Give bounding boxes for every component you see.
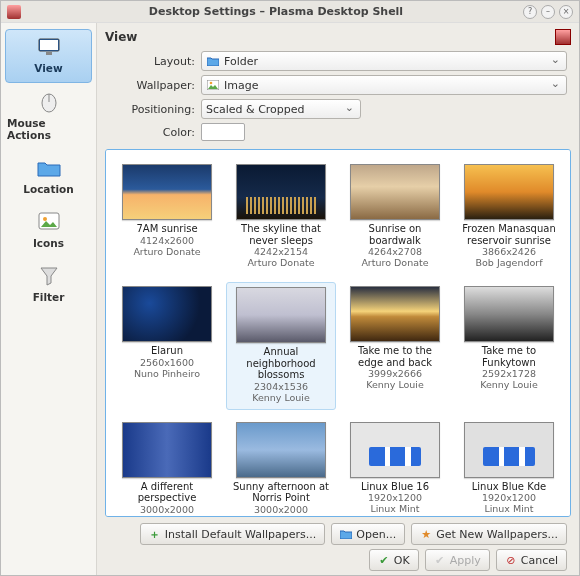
wallpaper-title: Sunrise on boardwalk bbox=[345, 223, 445, 246]
settings-form: Layout: Folder Wallpaper: Image Position… bbox=[105, 51, 571, 141]
wallpaper-dimensions: 4264x2708 bbox=[368, 246, 422, 257]
sidebar: View Mouse Actions Location Icons bbox=[1, 23, 97, 575]
main-panel: View Layout: Folder Wallpaper: Image bbox=[97, 23, 579, 575]
wallpaper-item[interactable]: Annual neighborhood blossoms2304x1536Ken… bbox=[226, 282, 336, 410]
image-icon bbox=[206, 78, 220, 92]
wallpaper-item[interactable]: Take me to the edge and back3999x2666Ken… bbox=[340, 282, 450, 410]
sidebar-item-label: Mouse Actions bbox=[7, 117, 90, 141]
wallpaper-thumbnail bbox=[464, 422, 554, 478]
sidebar-item-location[interactable]: Location bbox=[5, 151, 92, 203]
wallpaper-author: Kenny Louie bbox=[252, 392, 310, 403]
wallpaper-thumbnail bbox=[464, 164, 554, 220]
wallpaper-dimensions: 3999x2666 bbox=[368, 368, 422, 379]
sidebar-item-label: Location bbox=[23, 183, 74, 195]
header-preview-icon bbox=[555, 29, 571, 45]
wallpaper-item[interactable]: 7AM sunrise4124x2600Arturo Donate bbox=[112, 160, 222, 274]
sidebar-item-label: View bbox=[34, 62, 62, 74]
wallpaper-item[interactable]: Linux Blue 161920x1200Linux Mint bbox=[340, 418, 450, 518]
wallpaper-title: The skyline that never sleeps bbox=[231, 223, 331, 246]
wallpaper-title: Elarun bbox=[151, 345, 183, 357]
wallpaper-title: Frozen Manasquan reservoir sunrise bbox=[459, 223, 559, 246]
wallpaper-title: Linux Blue 16 bbox=[361, 481, 429, 493]
apply-button[interactable]: ✔ Apply bbox=[425, 549, 490, 571]
folder-icon bbox=[35, 157, 63, 179]
positioning-combo[interactable]: Scaled & Cropped bbox=[201, 99, 361, 119]
sidebar-item-view[interactable]: View bbox=[5, 29, 92, 83]
folder-icon bbox=[206, 54, 220, 68]
sidebar-item-filter[interactable]: Filter bbox=[5, 259, 92, 311]
wallpaper-author: Arturo Donate bbox=[361, 257, 428, 268]
plus-icon: ＋ bbox=[149, 528, 161, 540]
color-label: Color: bbox=[105, 126, 195, 139]
titlebar[interactable]: Desktop Settings – Plasma Desktop Shell … bbox=[1, 1, 579, 23]
star-icon: ★ bbox=[420, 528, 432, 540]
cancel-button[interactable]: ⊘ Cancel bbox=[496, 549, 567, 571]
wallpaper-author: Linux Mint bbox=[484, 503, 533, 514]
wallpaper-dimensions: 2304x1536 bbox=[254, 381, 308, 392]
help-button[interactable]: ? bbox=[523, 5, 537, 19]
svg-rect-2 bbox=[46, 52, 52, 55]
wallpaper-author: Linux Mint bbox=[370, 503, 419, 514]
svg-rect-1 bbox=[40, 40, 58, 50]
wallpaper-item[interactable]: Frozen Manasquan reservoir sunrise3866x2… bbox=[454, 160, 564, 274]
wallpaper-gallery[interactable]: 7AM sunrise4124x2600Arturo DonateThe sky… bbox=[105, 149, 571, 517]
wallpaper-item[interactable]: Take me to Funkytown2592x1728Kenny Louie bbox=[454, 282, 564, 410]
wallpaper-dimensions: 1920x1200 bbox=[482, 492, 536, 503]
wallpaper-title: 7AM sunrise bbox=[136, 223, 197, 235]
wallpaper-dimensions: 4124x2600 bbox=[140, 235, 194, 246]
wallpaper-title: Annual neighborhood blossoms bbox=[231, 346, 331, 381]
wallpaper-thumbnail bbox=[122, 164, 212, 220]
wallpaper-item[interactable]: A different perspective3000x2000Kenny Lo… bbox=[112, 418, 222, 518]
wallpaper-title: Take me to Funkytown bbox=[459, 345, 559, 368]
mouse-icon bbox=[35, 91, 63, 113]
funnel-icon bbox=[35, 265, 63, 287]
open-button[interactable]: Open... bbox=[331, 523, 405, 545]
app-icon bbox=[7, 5, 21, 19]
wallpaper-author: Nuno Pinheiro bbox=[134, 368, 200, 379]
monitor-icon bbox=[35, 36, 63, 58]
wallpaper-item[interactable]: Elarun2560x1600Nuno Pinheiro bbox=[112, 282, 222, 410]
wallpaper-thumbnail bbox=[122, 286, 212, 342]
svg-point-6 bbox=[43, 217, 47, 221]
page-heading: View bbox=[105, 30, 555, 44]
wallpaper-item[interactable]: The skyline that never sleeps4242x2154Ar… bbox=[226, 160, 336, 274]
wallpaper-dimensions: 3000x2000 bbox=[140, 504, 194, 515]
wallpaper-title: Sunny afternoon at Norris Point bbox=[231, 481, 331, 504]
wallpaper-combo[interactable]: Image bbox=[201, 75, 567, 95]
install-default-button[interactable]: ＋ Install Default Wallpapers... bbox=[140, 523, 326, 545]
wallpaper-thumbnail bbox=[236, 164, 326, 220]
wallpaper-item[interactable]: Linux Blue Kde1920x1200Linux Mint bbox=[454, 418, 564, 518]
wallpaper-title: Take me to the edge and back bbox=[345, 345, 445, 368]
sidebar-item-icons[interactable]: Icons bbox=[5, 205, 92, 257]
positioning-value: Scaled & Cropped bbox=[206, 103, 305, 116]
check-icon: ✔ bbox=[434, 554, 446, 566]
wallpaper-thumbnail bbox=[350, 422, 440, 478]
wallpaper-item[interactable]: Sunny afternoon at Norris Point3000x2000… bbox=[226, 418, 336, 518]
layout-value: Folder bbox=[224, 55, 258, 68]
sidebar-item-label: Icons bbox=[33, 237, 64, 249]
wallpaper-label: Wallpaper: bbox=[105, 79, 195, 92]
ok-button[interactable]: ✔ OK bbox=[369, 549, 419, 571]
svg-point-8 bbox=[210, 82, 213, 85]
wallpaper-item[interactable]: Sunrise on boardwalk4264x2708Arturo Dona… bbox=[340, 160, 450, 274]
get-new-button[interactable]: ★ Get New Wallpapers... bbox=[411, 523, 567, 545]
wallpaper-thumbnail bbox=[464, 286, 554, 342]
wallpaper-dimensions: 4242x2154 bbox=[254, 246, 308, 257]
settings-window: Desktop Settings – Plasma Desktop Shell … bbox=[0, 0, 580, 576]
positioning-label: Positioning: bbox=[105, 103, 195, 116]
close-button[interactable]: × bbox=[559, 5, 573, 19]
wallpaper-dimensions: 1920x1200 bbox=[368, 492, 422, 503]
wallpaper-value: Image bbox=[224, 79, 258, 92]
wallpaper-thumbnail bbox=[350, 286, 440, 342]
folder-open-icon bbox=[340, 528, 352, 540]
color-button[interactable] bbox=[201, 123, 245, 141]
wallpaper-dimensions: 3866x2426 bbox=[482, 246, 536, 257]
minimize-button[interactable]: – bbox=[541, 5, 555, 19]
wallpaper-author: Arturo Donate bbox=[133, 246, 200, 257]
cancel-icon: ⊘ bbox=[505, 554, 517, 566]
wallpaper-title: Linux Blue Kde bbox=[472, 481, 547, 493]
layout-combo[interactable]: Folder bbox=[201, 51, 567, 71]
sidebar-item-mouse-actions[interactable]: Mouse Actions bbox=[5, 85, 92, 149]
window-title: Desktop Settings – Plasma Desktop Shell bbox=[29, 5, 523, 18]
layout-label: Layout: bbox=[105, 55, 195, 68]
